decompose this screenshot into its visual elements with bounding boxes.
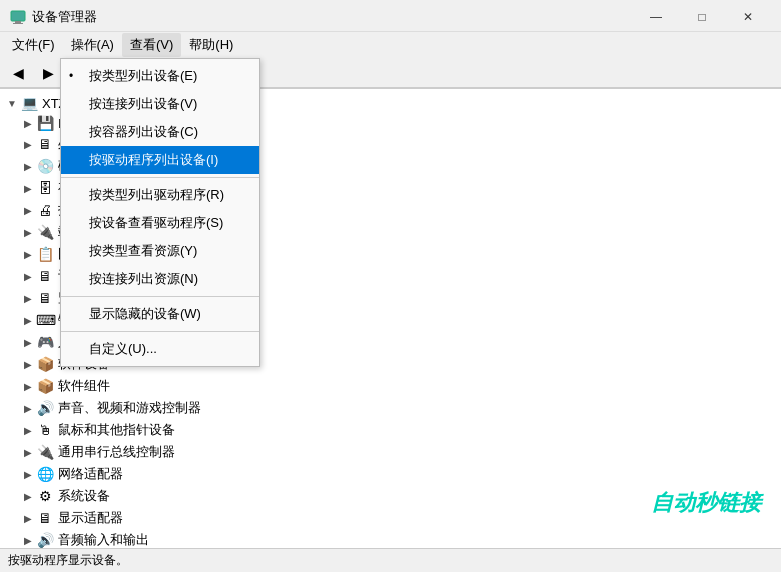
item-icon-9: ⌨: [36, 312, 54, 328]
item-icon-7: 🖥: [36, 268, 54, 284]
item-icon-17: ⚙: [36, 488, 54, 504]
title-bar: 设备管理器 — □ ✕: [0, 0, 781, 32]
item-arrow-18: ▶: [20, 513, 36, 524]
dropdown-item-by-type-driver[interactable]: 按类型列出驱动程序(R): [61, 181, 259, 209]
root-arrow: ▼: [4, 98, 20, 109]
item-label-16: 网络适配器: [58, 465, 123, 483]
item-arrow-0: ▶: [20, 118, 36, 129]
item-arrow-11: ▶: [20, 359, 36, 370]
item-icon-12: 📦: [36, 378, 54, 394]
menu-view[interactable]: 查看(V): [122, 33, 181, 57]
dropdown-item-by-type-resource[interactable]: 按类型查看资源(Y): [61, 237, 259, 265]
maximize-button[interactable]: □: [679, 4, 725, 30]
item-icon-19: 🔊: [36, 532, 54, 548]
dropdown-item-customize[interactable]: 自定义(U)...: [61, 335, 259, 363]
title-bar-left: 设备管理器: [10, 8, 97, 26]
list-item[interactable]: ▶ 🌐 网络适配器: [0, 463, 781, 485]
item-arrow-19: ▶: [20, 535, 36, 546]
list-item[interactable]: ▶ 🔊 音频输入和输出: [0, 529, 781, 548]
minimize-button[interactable]: —: [633, 4, 679, 30]
menu-action[interactable]: 操作(A): [63, 33, 122, 57]
item-arrow-15: ▶: [20, 447, 36, 458]
item-icon-14: 🖱: [36, 422, 54, 438]
item-icon-11: 📦: [36, 356, 54, 372]
dropdown-item-by-driver[interactable]: 按驱动程序列出设备(I): [61, 146, 259, 174]
item-icon-15: 🔌: [36, 444, 54, 460]
window-title: 设备管理器: [32, 8, 97, 26]
item-icon-2: 💿: [36, 158, 54, 174]
item-arrow-12: ▶: [20, 381, 36, 392]
list-item[interactable]: ▶ 🖱 鼠标和其他指针设备: [0, 419, 781, 441]
menu-file[interactable]: 文件(F): [4, 33, 63, 57]
list-item[interactable]: ▶ 🔌 通用串行总线控制器: [0, 441, 781, 463]
item-arrow-9: ▶: [20, 315, 36, 326]
item-arrow-3: ▶: [20, 183, 36, 194]
menu-bar: 文件(F) 操作(A) 查看(V) 帮助(H) • 按类型列出设备(E) 按连接…: [0, 32, 781, 58]
item-label-14: 鼠标和其他指针设备: [58, 421, 175, 439]
item-label-18: 显示适配器: [58, 509, 123, 527]
item-icon-5: 🔌: [36, 224, 54, 240]
item-arrow-13: ▶: [20, 403, 36, 414]
dropdown-separator-3: [61, 331, 259, 332]
check-mark-by-type: •: [69, 69, 73, 83]
item-icon-4: 🖨: [36, 202, 54, 218]
item-arrow-16: ▶: [20, 469, 36, 480]
root-icon: 💻: [20, 95, 38, 111]
dropdown-item-by-container[interactable]: 按容器列出设备(C): [61, 118, 259, 146]
item-icon-8: 🖥: [36, 290, 54, 306]
item-arrow-2: ▶: [20, 161, 36, 172]
dropdown-separator-2: [61, 296, 259, 297]
menu-help[interactable]: 帮助(H): [181, 33, 241, 57]
item-label-13: 声音、视频和游戏控制器: [58, 399, 201, 417]
list-item[interactable]: ▶ 🔊 声音、视频和游戏控制器: [0, 397, 781, 419]
item-label-12: 软件组件: [58, 377, 110, 395]
item-arrow-10: ▶: [20, 337, 36, 348]
close-button[interactable]: ✕: [725, 4, 771, 30]
svg-rect-1: [15, 21, 21, 23]
dropdown-item-by-device-driver[interactable]: 按设备查看驱动程序(S): [61, 209, 259, 237]
list-item[interactable]: ▶ 🖥 显示适配器: [0, 507, 781, 529]
dropdown-item-by-type[interactable]: • 按类型列出设备(E): [61, 62, 259, 90]
list-item[interactable]: ▶ 📦 软件组件: [0, 375, 781, 397]
item-label-17: 系统设备: [58, 487, 110, 505]
item-arrow-1: ▶: [20, 139, 36, 150]
item-icon-6: 📋: [36, 246, 54, 262]
item-icon-13: 🔊: [36, 400, 54, 416]
item-arrow-4: ▶: [20, 205, 36, 216]
dropdown-separator-1: [61, 177, 259, 178]
dropdown-item-by-conn-resource[interactable]: 按连接列出资源(N): [61, 265, 259, 293]
item-icon-3: 🗄: [36, 180, 54, 196]
item-icon-16: 🌐: [36, 466, 54, 482]
back-button[interactable]: ◀: [4, 61, 32, 85]
item-icon-18: 🖥: [36, 510, 54, 526]
item-icon-1: 🖥: [36, 136, 54, 152]
dropdown-item-hidden[interactable]: 显示隐藏的设备(W): [61, 300, 259, 328]
item-arrow-7: ▶: [20, 271, 36, 282]
item-arrow-14: ▶: [20, 425, 36, 436]
item-icon-10: 🎮: [36, 334, 54, 350]
item-icon-0: 💾: [36, 115, 54, 131]
item-arrow-8: ▶: [20, 293, 36, 304]
item-label-19: 音频输入和输出: [58, 531, 149, 548]
dropdown-item-by-connection[interactable]: 按连接列出设备(V): [61, 90, 259, 118]
svg-rect-2: [13, 23, 23, 24]
list-item[interactable]: ▶ ⚙ 系统设备: [0, 485, 781, 507]
status-text: 按驱动程序显示设备。: [8, 552, 128, 569]
view-dropdown-menu: • 按类型列出设备(E) 按连接列出设备(V) 按容器列出设备(C) 按驱动程序…: [60, 58, 260, 367]
item-label-15: 通用串行总线控制器: [58, 443, 175, 461]
item-arrow-5: ▶: [20, 227, 36, 238]
item-arrow-6: ▶: [20, 249, 36, 260]
forward-button[interactable]: ▶: [34, 61, 62, 85]
item-arrow-17: ▶: [20, 491, 36, 502]
window-controls: — □ ✕: [633, 4, 771, 30]
app-icon: [10, 9, 26, 25]
svg-rect-0: [11, 11, 25, 21]
status-bar: 按驱动程序显示设备。: [0, 548, 781, 572]
